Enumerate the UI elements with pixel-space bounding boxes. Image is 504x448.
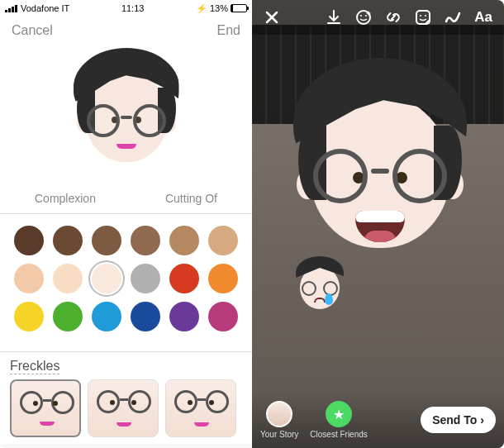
story-toolbar: Aa bbox=[252, 0, 504, 35]
story-footer: Your Story ★ Closest Friends Send To › bbox=[252, 392, 504, 448]
freckles-section: Freckles bbox=[0, 352, 252, 444]
status-bar: Vodafone IT 11:13 ⚡ 13% bbox=[0, 0, 252, 17]
svg-point-2 bbox=[365, 15, 367, 17]
color-swatch[interactable] bbox=[169, 264, 199, 293]
battery-icon bbox=[231, 4, 247, 12]
color-swatch[interactable] bbox=[14, 226, 44, 255]
your-story-button[interactable]: Your Story bbox=[260, 401, 298, 439]
link-button[interactable] bbox=[380, 4, 407, 31]
sticker-icon bbox=[414, 8, 432, 26]
send-to-label: Send To bbox=[432, 413, 477, 427]
color-swatch[interactable] bbox=[169, 226, 199, 255]
svg-point-1 bbox=[360, 15, 362, 17]
color-swatch[interactable] bbox=[169, 302, 199, 331]
svg-point-5 bbox=[425, 15, 426, 17]
color-swatch[interactable] bbox=[92, 302, 121, 331]
charging-icon: ⚡ bbox=[196, 3, 207, 14]
svg-point-4 bbox=[420, 15, 421, 17]
color-swatch[interactable] bbox=[131, 302, 160, 331]
avatar-preview bbox=[0, 38, 252, 187]
freckles-heading: Freckles bbox=[10, 359, 59, 374]
color-swatch[interactable] bbox=[208, 226, 238, 255]
avatar-icon bbox=[266, 401, 292, 427]
closest-friends-button[interactable]: ★ Closest Friends bbox=[310, 401, 367, 439]
chevron-right-icon: › bbox=[480, 413, 484, 427]
color-swatch[interactable] bbox=[208, 264, 238, 293]
closest-friends-label: Closest Friends bbox=[310, 430, 367, 439]
link-icon bbox=[384, 8, 402, 26]
close-icon bbox=[264, 9, 280, 26]
color-swatch[interactable] bbox=[131, 226, 160, 255]
smiley-sparkle-icon bbox=[354, 8, 373, 26]
freckles-option-light[interactable] bbox=[88, 379, 159, 437]
draw-button[interactable] bbox=[440, 4, 466, 31]
freckles-option-heavy[interactable] bbox=[165, 379, 236, 437]
editor-nav-bar: Cancel End bbox=[0, 17, 252, 38]
color-swatch[interactable] bbox=[53, 264, 83, 293]
color-picker bbox=[0, 214, 252, 352]
attribute-tabs: Complexion Cutting Of bbox=[0, 187, 252, 214]
tear-icon bbox=[325, 293, 333, 305]
memoji-editor-panel: Vodafone IT 11:13 ⚡ 13% Cancel End Compl… bbox=[0, 0, 252, 448]
color-swatch[interactable] bbox=[92, 264, 121, 293]
color-swatch[interactable] bbox=[53, 302, 83, 331]
battery-percent: 13% bbox=[210, 3, 228, 13]
color-swatch[interactable] bbox=[14, 264, 44, 293]
cancel-button[interactable]: Cancel bbox=[12, 23, 53, 38]
tab-cutting[interactable]: Cutting Of bbox=[149, 192, 234, 205]
color-swatch[interactable] bbox=[14, 302, 44, 331]
download-icon bbox=[325, 8, 343, 26]
color-swatch[interactable] bbox=[131, 264, 160, 293]
close-button[interactable] bbox=[259, 4, 285, 31]
color-swatch[interactable] bbox=[92, 226, 121, 255]
color-swatch[interactable] bbox=[53, 226, 83, 255]
color-swatch[interactable] bbox=[208, 302, 238, 331]
face-filter-button[interactable] bbox=[350, 4, 377, 31]
save-button[interactable] bbox=[321, 4, 347, 31]
send-to-button[interactable]: Send To › bbox=[421, 407, 496, 433]
star-icon: ★ bbox=[326, 401, 352, 427]
sticker-button[interactable] bbox=[410, 4, 436, 31]
story-composer-panel: Aa Your Story ★ Closest Friends Send To … bbox=[252, 0, 504, 448]
clock-label: 11:13 bbox=[121, 3, 145, 13]
memoji-sticker-small-sad[interactable] bbox=[293, 256, 346, 309]
carrier-label: Vodafone IT bbox=[21, 3, 69, 13]
memoji-sticker-large[interactable] bbox=[285, 58, 475, 248]
tab-complexion[interactable]: Complexion bbox=[18, 192, 112, 205]
text-tool-button[interactable]: Aa bbox=[469, 9, 497, 26]
memoji-avatar bbox=[69, 46, 184, 162]
freckles-option-none[interactable] bbox=[10, 379, 81, 437]
draw-icon bbox=[444, 8, 462, 26]
done-button[interactable]: End bbox=[217, 23, 240, 38]
signal-icon bbox=[5, 5, 17, 12]
your-story-label: Your Story bbox=[260, 430, 298, 439]
